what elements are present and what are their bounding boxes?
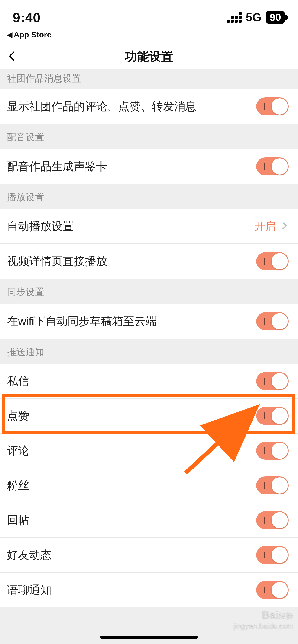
breadcrumb-label: App Store — [14, 30, 51, 39]
page-title: 功能设置 — [0, 48, 298, 65]
row-reply[interactable]: 回帖 — [0, 503, 298, 538]
status-right: 5G 90 — [227, 11, 285, 24]
back-button[interactable] — [7, 51, 17, 62]
toggle-comment[interactable] — [256, 442, 289, 460]
toggle-fans[interactable] — [256, 476, 289, 494]
row-label: 视频详情页直接播放 — [7, 254, 107, 269]
toggle-wifi-sync-drafts[interactable] — [256, 312, 289, 330]
breadcrumb-back-icon: ◀ — [7, 30, 12, 39]
section-header-playback: 播放设置 — [0, 184, 298, 209]
nav-header: 功能设置 — [0, 44, 298, 69]
home-indicator[interactable] — [100, 636, 198, 639]
row-label: 粉丝 — [7, 478, 29, 493]
network-label: 5G — [246, 11, 261, 24]
signal-icon — [227, 12, 242, 23]
row-voice-card[interactable]: 配音作品生成声鉴卡 — [0, 149, 298, 184]
row-wifi-sync-drafts[interactable]: 在wifi下自动同步草稿箱至云端 — [0, 304, 298, 339]
watermark: Bai经验 jingyan.baidu.com — [233, 608, 293, 630]
toggle-reply[interactable] — [256, 511, 289, 529]
row-show-club-comments[interactable]: 显示社团作品的评论、点赞、转发消息 — [0, 89, 298, 124]
row-like[interactable]: 点赞 — [0, 399, 298, 434]
row-label: 显示社团作品的评论、点赞、转发消息 — [7, 99, 196, 114]
toggle-private-message[interactable] — [256, 372, 289, 390]
row-friend-activity[interactable]: 好友动态 — [0, 538, 298, 572]
row-comment[interactable]: 评论 — [0, 434, 298, 468]
row-label: 回帖 — [7, 513, 29, 528]
row-label: 点赞 — [7, 408, 29, 423]
section-header-sync: 同步设置 — [0, 279, 298, 304]
row-label: 好友动态 — [7, 548, 52, 562]
row-fans[interactable]: 粉丝 — [0, 468, 298, 503]
status-bar: 9:40 5G 90 — [0, 0, 298, 30]
row-label: 在wifi下自动同步草稿箱至云端 — [7, 314, 157, 329]
row-autoplay-settings[interactable]: 自动播放设置 开启 — [0, 209, 298, 244]
row-voice-chat-notify[interactable]: 语聊通知 — [0, 572, 298, 607]
row-label: 评论 — [7, 443, 29, 458]
toggle-like[interactable] — [256, 407, 289, 425]
chevron-left-icon — [7, 51, 17, 61]
battery-icon: 90 — [265, 11, 285, 24]
toggle-video-direct-play[interactable] — [256, 252, 289, 270]
toggle-voice-card[interactable] — [256, 158, 289, 176]
breadcrumb[interactable]: ◀ App Store — [0, 30, 298, 44]
row-private-message[interactable]: 私信 — [0, 364, 298, 399]
row-label: 自动播放设置 — [7, 219, 74, 234]
chevron-right-icon — [280, 222, 289, 231]
row-video-direct-play[interactable]: 视频详情页直接播放 — [0, 244, 298, 279]
row-label: 语聊通知 — [7, 582, 52, 598]
toggle-friend-activity[interactable] — [256, 546, 289, 564]
toggle-show-club-comments[interactable] — [256, 97, 289, 116]
section-header-club: 社团作品消息设置 — [0, 69, 298, 89]
section-header-push: 推送通知 — [0, 339, 298, 364]
row-value: 开启 — [254, 219, 276, 234]
row-label: 私信 — [7, 374, 29, 388]
status-time: 9:40 — [13, 10, 41, 25]
section-header-dubbing: 配音设置 — [0, 124, 298, 149]
toggle-voice-chat-notify[interactable] — [256, 581, 289, 599]
row-label: 配音作品生成声鉴卡 — [7, 159, 107, 174]
